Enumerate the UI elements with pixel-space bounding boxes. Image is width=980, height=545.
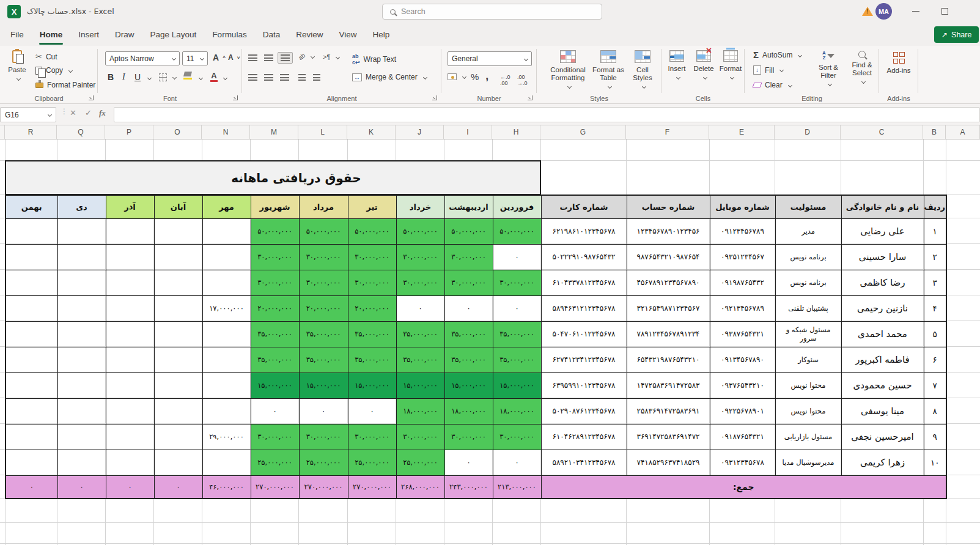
cell-month-salary[interactable]: ۱۷,۰۰۰,۰۰۰	[202, 295, 251, 321]
cell-month-salary[interactable]	[6, 295, 57, 321]
percent-style-button[interactable]: %	[471, 72, 479, 82]
align-center-button[interactable]	[264, 74, 273, 81]
cell-month-sum[interactable]: ۰	[106, 475, 154, 499]
cell-month-salary[interactable]: ۳۵,۰۰۰,۰۰۰	[396, 347, 444, 373]
cell-row-no[interactable]: ۲	[924, 244, 946, 270]
cell-name[interactable]: حسین محمودی	[841, 373, 924, 398]
header-card[interactable]: شماره کارت	[541, 195, 627, 218]
cell-month-salary[interactable]: ۳۰,۰۰۰,۰۰۰	[348, 244, 396, 270]
cell-month-salary[interactable]: ۳۵,۰۰۰,۰۰۰	[493, 321, 541, 347]
cell-month-salary[interactable]: ۲۵,۰۰۰,۰۰۰	[396, 450, 444, 475]
paste-button[interactable]: Paste	[4, 50, 31, 80]
cell-card[interactable]: ۶۱۰۴۳۳۷۸۱۲۳۴۵۶۷۸	[541, 270, 627, 295]
cell-month-salary[interactable]	[6, 321, 57, 347]
cell-month-salary[interactable]	[57, 270, 106, 295]
cell-month-salary[interactable]	[106, 295, 154, 321]
column-header-Q[interactable]: Q	[57, 125, 105, 139]
orientation-button[interactable]: ab	[298, 53, 314, 60]
cell-role[interactable]: مسئول بازاریابی	[775, 424, 841, 450]
middle-align-button[interactable]	[264, 54, 273, 61]
cell-month-salary[interactable]	[57, 450, 106, 475]
cell-month-salary[interactable]: ۳۵,۰۰۰,۰۰۰	[444, 321, 493, 347]
cell-role[interactable]: مدیرسوشیال مدیا	[775, 450, 841, 475]
cell-month-salary[interactable]: ۰	[396, 295, 444, 321]
cell-month-sum[interactable]: ۰	[57, 475, 106, 499]
cell-month-salary[interactable]: ۳۵,۰۰۰,۰۰۰	[396, 321, 444, 347]
header-role[interactable]: مسئولیت	[775, 195, 841, 218]
cell-role[interactable]: مدیر	[775, 218, 841, 244]
italic-button[interactable]: I	[122, 72, 125, 82]
cell-month-salary[interactable]: ۲۵,۰۰۰,۰۰۰	[348, 450, 396, 475]
cell-month-salary[interactable]: ۳۰,۰۰۰,۰۰۰	[396, 270, 444, 295]
column-header-G[interactable]: G	[540, 125, 626, 139]
cell-month-salary[interactable]: ۳۰,۰۰۰,۰۰۰	[299, 270, 348, 295]
cell-mobile[interactable]: ۰۹۲۱۳۴۵۶۷۸۹	[710, 295, 775, 321]
cell-month-salary[interactable]	[106, 321, 154, 347]
cell-month-salary[interactable]: ۱۸,۰۰۰,۰۰۰	[493, 398, 541, 424]
column-header-A[interactable]: A	[946, 125, 980, 139]
header-name[interactable]: نام و نام خانوادگی	[841, 195, 924, 218]
column-header-H[interactable]: H	[492, 125, 540, 139]
increase-decimal-button[interactable]: ←.0.00	[500, 74, 510, 86]
comma-style-button[interactable]: ,	[485, 69, 488, 83]
menu-tab-data[interactable]: Data	[255, 23, 289, 46]
fill-color-button[interactable]	[183, 72, 192, 80]
cell-month-salary[interactable]: ۳۵,۰۰۰,۰۰۰	[348, 347, 396, 373]
cell-styles-button[interactable]: Cell Styles	[628, 50, 657, 88]
cell-month-salary[interactable]: ۳۰,۰۰۰,۰۰۰	[299, 424, 348, 450]
cell-card[interactable]: ۶۳۹۵۹۹۱۰۱۲۳۴۵۶۷۸	[541, 373, 627, 398]
cell-name[interactable]: زهرا کریمی	[841, 450, 924, 475]
header-month-8[interactable]: آبان	[154, 195, 202, 218]
cell-mobile[interactable]: ۰۹۱۸۷۶۵۴۳۲۱	[710, 424, 775, 450]
header-month-3[interactable]: خرداد	[396, 195, 444, 218]
cell-name[interactable]: رضا کاظمی	[841, 270, 924, 295]
cell-account[interactable]: ۱۲۳۴۵۶۷۸۹۰۱۲۳۴۵۶	[627, 218, 710, 244]
merge-center-button[interactable]: ↔ Merge & Center	[352, 73, 427, 81]
underline-dropdown-icon[interactable]	[147, 76, 152, 80]
cell-month-salary[interactable]: ۳۵,۰۰۰,۰۰۰	[493, 347, 541, 373]
cell-month-salary[interactable]	[6, 270, 57, 295]
cell-month-salary[interactable]	[202, 398, 251, 424]
cell-row-no[interactable]: ۱	[924, 218, 946, 244]
top-align-button[interactable]	[248, 54, 257, 61]
cell-month-salary[interactable]: ۵۰,۰۰۰,۰۰۰	[396, 218, 444, 244]
header-mobile[interactable]: شماره موبایل	[710, 195, 775, 218]
cell-card[interactable]: ۶۲۱۹۸۶۱۰۱۲۳۴۵۶۷۸	[541, 218, 627, 244]
cell-month-salary[interactable]: ۲۰,۰۰۰,۰۰۰	[251, 295, 299, 321]
header-month-6[interactable]: شهریور	[251, 195, 299, 218]
cell-month-salary[interactable]	[6, 347, 57, 373]
cell-month-salary[interactable]: ۳۰,۰۰۰,۰۰۰	[444, 424, 493, 450]
sheet-grid[interactable]: حقوق دریافتی ماهانه ردیفنام و نام خانواد…	[0, 139, 980, 545]
underline-button[interactable]: U	[134, 72, 141, 82]
cell-card[interactable]: ۵۸۹۲۱۰۳۴۱۲۳۴۵۶۷۸	[541, 450, 627, 475]
wrap-text-button[interactable]: abc↩ Wrap Text	[352, 53, 396, 65]
cell-month-salary[interactable]	[106, 424, 154, 450]
cell-mobile[interactable]: ۰۹۱۹۸۷۶۵۴۳۲	[710, 270, 775, 295]
cell-card[interactable]: ۶۱۰۴۶۲۸۹۱۲۳۴۵۶۷۸	[541, 424, 627, 450]
header-month-2[interactable]: اردیبهشت	[444, 195, 493, 218]
header-month-1[interactable]: فروردین	[493, 195, 541, 218]
cell-month-salary[interactable]: ۳۵,۰۰۰,۰۰۰	[444, 347, 493, 373]
cell-month-salary[interactable]: ۱۸,۰۰۰,۰۰۰	[396, 398, 444, 424]
delete-cells-button[interactable]: Delete	[691, 50, 717, 79]
cell-name[interactable]: محمد احمدی	[841, 321, 924, 347]
cell-month-salary[interactable]: ۳۰,۰۰۰,۰۰۰	[251, 424, 299, 450]
borders-button[interactable]	[159, 73, 176, 81]
cell-month-salary[interactable]: ۰	[493, 244, 541, 270]
cell-month-salary[interactable]	[106, 270, 154, 295]
cell-month-sum[interactable]: ۲۷۰,۰۰۰,۰۰۰	[251, 475, 299, 499]
cell-row-no[interactable]: ۵	[924, 321, 946, 347]
cell-month-salary[interactable]	[202, 270, 251, 295]
align-left-button[interactable]	[248, 74, 257, 81]
column-header-N[interactable]: N	[202, 125, 250, 139]
cell-month-salary[interactable]	[57, 424, 106, 450]
column-header-P[interactable]: P	[105, 125, 153, 139]
column-header-L[interactable]: L	[298, 125, 347, 139]
cell-role[interactable]: محتوا نویس	[775, 398, 841, 424]
cell-month-salary[interactable]: ۵۰,۰۰۰,۰۰۰	[348, 218, 396, 244]
maximize-button[interactable]	[941, 8, 948, 15]
format-as-table-button[interactable]: Format as Table	[591, 50, 626, 88]
cell-month-salary[interactable]	[202, 347, 251, 373]
sort-filter-button[interactable]: AZ Sort & Filter	[813, 51, 844, 86]
search-input[interactable]: Search	[382, 4, 602, 20]
